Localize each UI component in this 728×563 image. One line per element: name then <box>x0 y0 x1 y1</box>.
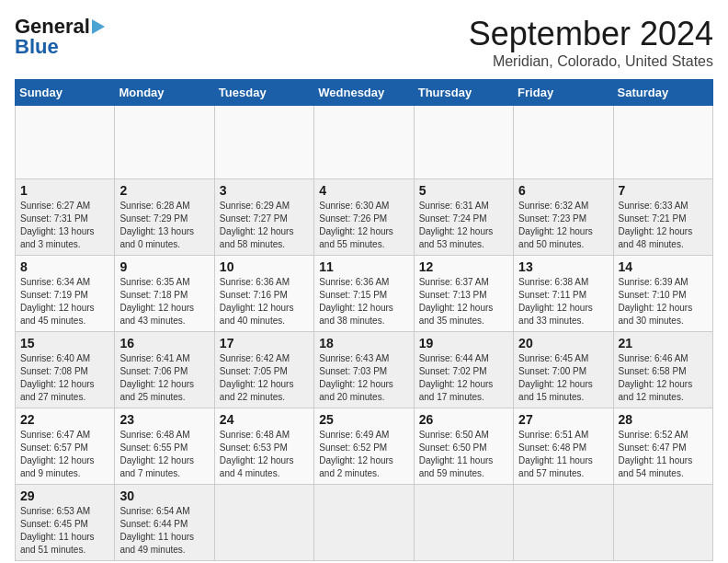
calendar-cell: 10Sunrise: 6:36 AMSunset: 7:16 PMDayligh… <box>214 256 313 332</box>
logo-blue-text: Blue <box>15 35 59 59</box>
day-info: Sunrise: 6:54 AMSunset: 6:44 PMDaylight:… <box>119 505 209 557</box>
day-info: Sunrise: 6:35 AMSunset: 7:18 PMDaylight:… <box>119 276 209 327</box>
calendar-cell: 29Sunrise: 6:53 AMSunset: 6:45 PMDayligh… <box>16 485 115 561</box>
day-info: Sunrise: 6:30 AMSunset: 7:26 PMDaylight:… <box>319 200 408 251</box>
day-info: Sunrise: 6:50 AMSunset: 6:50 PMDaylight:… <box>419 429 508 480</box>
day-number: 25 <box>319 412 408 427</box>
calendar-cell: 26Sunrise: 6:50 AMSunset: 6:50 PMDayligh… <box>414 408 513 485</box>
calendar-cell <box>16 106 115 179</box>
logo-arrow-icon <box>92 19 105 34</box>
day-info: Sunrise: 6:29 AMSunset: 7:27 PMDaylight:… <box>220 200 309 251</box>
day-info: Sunrise: 6:28 AMSunset: 7:29 PMDaylight:… <box>119 200 209 251</box>
calendar-cell: 19Sunrise: 6:44 AMSunset: 7:02 PMDayligh… <box>414 332 513 408</box>
day-info: Sunrise: 6:52 AMSunset: 6:47 PMDaylight:… <box>619 429 708 480</box>
day-header-friday: Friday <box>514 80 613 106</box>
day-info: Sunrise: 6:32 AMSunset: 7:23 PMDaylight:… <box>518 200 608 251</box>
day-header-thursday: Thursday <box>414 80 513 106</box>
day-number: 12 <box>419 259 508 274</box>
calendar-week-row: 1Sunrise: 6:27 AMSunset: 7:31 PMDaylight… <box>16 179 713 256</box>
day-info: Sunrise: 6:46 AMSunset: 6:58 PMDaylight:… <box>619 352 708 404</box>
day-info: Sunrise: 6:37 AMSunset: 7:13 PMDaylight:… <box>419 276 508 327</box>
calendar-week-row: 29Sunrise: 6:53 AMSunset: 6:45 PMDayligh… <box>16 485 713 561</box>
calendar-cell: 25Sunrise: 6:49 AMSunset: 6:52 PMDayligh… <box>314 408 414 485</box>
calendar-cell: 11Sunrise: 6:36 AMSunset: 7:15 PMDayligh… <box>314 256 414 332</box>
calendar-cell: 12Sunrise: 6:37 AMSunset: 7:13 PMDayligh… <box>414 256 513 332</box>
calendar-cell: 18Sunrise: 6:43 AMSunset: 7:03 PMDayligh… <box>314 332 414 408</box>
day-number: 24 <box>220 412 309 427</box>
day-number: 19 <box>419 336 508 350</box>
calendar-cell <box>115 106 214 179</box>
day-header-sunday: Sunday <box>16 80 115 106</box>
day-info: Sunrise: 6:45 AMSunset: 7:00 PMDaylight:… <box>518 352 608 404</box>
day-info: Sunrise: 6:31 AMSunset: 7:24 PMDaylight:… <box>419 200 508 251</box>
day-number: 2 <box>119 183 209 198</box>
day-number: 8 <box>20 259 109 274</box>
day-header-wednesday: Wednesday <box>314 80 414 106</box>
day-info: Sunrise: 6:27 AMSunset: 7:31 PMDaylight:… <box>20 200 109 251</box>
day-info: Sunrise: 6:51 AMSunset: 6:48 PMDaylight:… <box>518 429 608 480</box>
calendar-cell <box>414 106 513 179</box>
calendar-cell: 30Sunrise: 6:54 AMSunset: 6:44 PMDayligh… <box>115 485 214 561</box>
calendar-cell: 5Sunrise: 6:31 AMSunset: 7:24 PMDaylight… <box>414 179 513 256</box>
calendar-week-row: 15Sunrise: 6:40 AMSunset: 7:08 PMDayligh… <box>16 332 713 408</box>
calendar-cell: 22Sunrise: 6:47 AMSunset: 6:57 PMDayligh… <box>16 408 115 485</box>
day-number: 29 <box>20 488 109 503</box>
day-number: 30 <box>119 488 209 503</box>
day-number: 5 <box>419 183 508 198</box>
calendar-cell <box>514 106 613 179</box>
day-number: 22 <box>20 412 109 427</box>
day-number: 21 <box>619 336 708 350</box>
calendar-cell: 9Sunrise: 6:35 AMSunset: 7:18 PMDaylight… <box>115 256 214 332</box>
calendar-cell: 16Sunrise: 6:41 AMSunset: 7:06 PMDayligh… <box>115 332 214 408</box>
day-info: Sunrise: 6:34 AMSunset: 7:19 PMDaylight:… <box>20 276 109 327</box>
calendar-cell <box>613 485 712 561</box>
day-number: 6 <box>518 183 608 198</box>
day-info: Sunrise: 6:38 AMSunset: 7:11 PMDaylight:… <box>518 276 608 327</box>
calendar-cell: 1Sunrise: 6:27 AMSunset: 7:31 PMDaylight… <box>16 179 115 256</box>
day-number: 9 <box>119 259 209 274</box>
calendar-cell <box>214 485 313 561</box>
calendar-week-row <box>16 106 713 179</box>
day-header-saturday: Saturday <box>613 80 712 106</box>
calendar-cell <box>613 106 712 179</box>
day-number: 13 <box>518 259 608 274</box>
day-number: 18 <box>319 336 408 350</box>
day-number: 17 <box>220 336 309 350</box>
day-info: Sunrise: 6:53 AMSunset: 6:45 PMDaylight:… <box>20 505 109 557</box>
calendar-cell: 23Sunrise: 6:48 AMSunset: 6:55 PMDayligh… <box>115 408 214 485</box>
day-number: 15 <box>20 336 109 350</box>
day-number: 14 <box>619 259 708 274</box>
calendar-cell: 24Sunrise: 6:48 AMSunset: 6:53 PMDayligh… <box>214 408 313 485</box>
day-number: 27 <box>518 412 608 427</box>
logo: General Blue <box>15 15 105 59</box>
calendar-cell <box>214 106 313 179</box>
calendar-cell: 7Sunrise: 6:33 AMSunset: 7:21 PMDaylight… <box>613 179 712 256</box>
page-header: General Blue September 2024 Meridian, Co… <box>15 15 713 70</box>
calendar-cell <box>514 485 613 561</box>
calendar-cell <box>314 485 414 561</box>
day-number: 23 <box>119 412 209 427</box>
calendar-cell: 20Sunrise: 6:45 AMSunset: 7:00 PMDayligh… <box>514 332 613 408</box>
calendar-week-row: 8Sunrise: 6:34 AMSunset: 7:19 PMDaylight… <box>16 256 713 332</box>
calendar-cell: 17Sunrise: 6:42 AMSunset: 7:05 PMDayligh… <box>214 332 313 408</box>
day-info: Sunrise: 6:40 AMSunset: 7:08 PMDaylight:… <box>20 352 109 404</box>
calendar-cell <box>314 106 414 179</box>
calendar-cell: 4Sunrise: 6:30 AMSunset: 7:26 PMDaylight… <box>314 179 414 256</box>
calendar-week-row: 22Sunrise: 6:47 AMSunset: 6:57 PMDayligh… <box>16 408 713 485</box>
calendar-cell: 6Sunrise: 6:32 AMSunset: 7:23 PMDaylight… <box>514 179 613 256</box>
day-number: 28 <box>619 412 708 427</box>
day-info: Sunrise: 6:42 AMSunset: 7:05 PMDaylight:… <box>220 352 309 404</box>
calendar-cell: 8Sunrise: 6:34 AMSunset: 7:19 PMDaylight… <box>16 256 115 332</box>
day-number: 20 <box>518 336 608 350</box>
location-subtitle: Meridian, Colorado, United States <box>469 53 713 70</box>
day-info: Sunrise: 6:48 AMSunset: 6:53 PMDaylight:… <box>220 429 309 480</box>
day-number: 16 <box>119 336 209 350</box>
calendar-cell: 3Sunrise: 6:29 AMSunset: 7:27 PMDaylight… <box>214 179 313 256</box>
day-info: Sunrise: 6:41 AMSunset: 7:06 PMDaylight:… <box>119 352 209 404</box>
calendar-cell: 21Sunrise: 6:46 AMSunset: 6:58 PMDayligh… <box>613 332 712 408</box>
calendar-cell: 2Sunrise: 6:28 AMSunset: 7:29 PMDaylight… <box>115 179 214 256</box>
day-info: Sunrise: 6:39 AMSunset: 7:10 PMDaylight:… <box>619 276 708 327</box>
calendar-cell: 14Sunrise: 6:39 AMSunset: 7:10 PMDayligh… <box>613 256 712 332</box>
day-info: Sunrise: 6:43 AMSunset: 7:03 PMDaylight:… <box>319 352 408 404</box>
day-number: 10 <box>220 259 309 274</box>
